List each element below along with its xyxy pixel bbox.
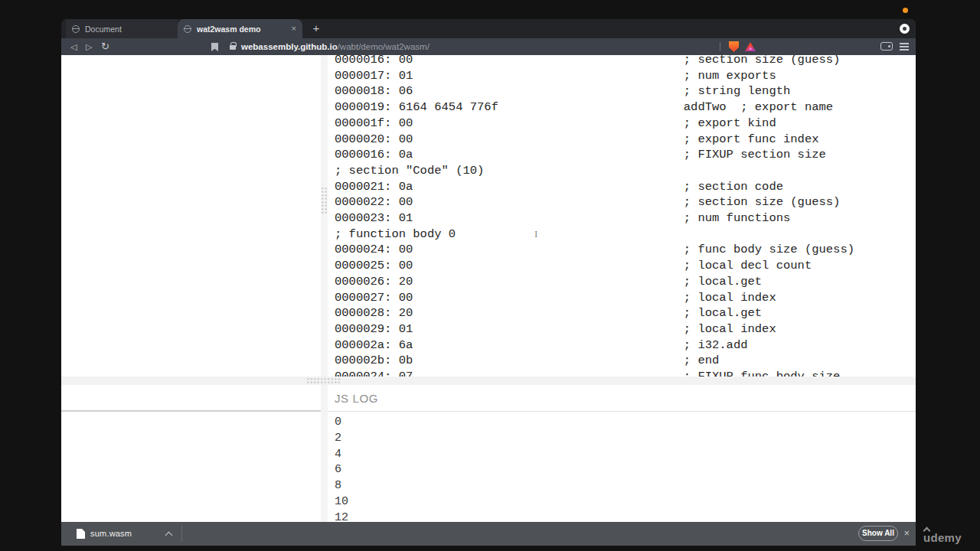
file-icon <box>77 529 85 539</box>
show-all-button[interactable]: Show All <box>858 526 898 541</box>
menu-icon[interactable] <box>900 43 909 51</box>
js-log-pane: JS LOG 0 2 4 6 8 10 12 <box>328 385 916 522</box>
recording-dot-icon <box>903 8 908 13</box>
page-content: 0000016: 00 ; section size (guess) 00000… <box>61 55 916 522</box>
downloaded-file-button[interactable]: sum.wasm <box>90 522 132 546</box>
toolbar-divider <box>720 42 720 51</box>
downloads-close-icon[interactable]: × <box>903 522 910 546</box>
avatar[interactable] <box>900 24 910 34</box>
downloads-bar: sum.wasm Show All × <box>61 522 916 546</box>
globe-favicon-icon <box>72 25 80 33</box>
hex-dump: 0000016: 00 ; section size (guess) 00000… <box>335 55 854 377</box>
new-tab-button[interactable]: + <box>307 19 325 38</box>
tab-close-icon[interactable]: × <box>292 24 296 33</box>
udemy-watermark-text: udemy <box>923 531 962 544</box>
build-output-pane: 0000016: 00 ; section size (guess) 00000… <box>328 55 916 377</box>
lock-icon[interactable] <box>230 45 236 50</box>
js-log-body: 0 2 4 6 8 10 12 <box>328 412 916 522</box>
vertical-splitter-grip[interactable] <box>321 187 328 214</box>
globe-favicon-icon <box>184 25 191 33</box>
browser-window: Document wat2wasm demo × + ◁ ▷ ↻ webasse… <box>61 19 916 546</box>
bookmark-icon[interactable] <box>211 43 218 51</box>
js-editor-header <box>61 385 321 412</box>
url-path: /wabt/demo/wat2wasm/ <box>338 42 430 51</box>
forward-button[interactable]: ▷ <box>86 38 92 55</box>
back-button[interactable]: ◁ <box>70 38 77 55</box>
wat-editor-pane[interactable] <box>61 55 321 377</box>
tab-strip: Document wat2wasm demo × + <box>61 19 916 38</box>
downloads-divider <box>181 526 182 542</box>
chevron-up-icon[interactable] <box>166 531 172 537</box>
js-editor-pane[interactable] <box>61 385 321 522</box>
brave-shield-icon[interactable] <box>729 41 739 52</box>
url-host: webassembly.github.io <box>241 42 338 51</box>
wallet-icon[interactable] <box>880 42 893 51</box>
address-bar[interactable]: webassembly.github.io/wabt/demo/wat2wasm… <box>241 38 430 55</box>
tab-label: wat2wasm demo <box>197 24 260 34</box>
brave-rewards-icon[interactable] <box>745 42 756 51</box>
browser-toolbar: ◁ ▷ ↻ webassembly.github.io/wabt/demo/wa… <box>61 38 916 55</box>
js-log-title: JS LOG <box>328 385 916 412</box>
tab-document[interactable]: Document <box>66 19 178 38</box>
tab-wat2wasm-demo[interactable]: wat2wasm demo × <box>178 19 302 38</box>
vertical-splitter[interactable] <box>321 55 328 522</box>
horizontal-splitter[interactable] <box>61 377 916 385</box>
horizontal-splitter-grip[interactable] <box>306 377 341 384</box>
tab-label: Document <box>85 24 122 34</box>
text-cursor-icon: I <box>534 228 537 240</box>
reload-button[interactable]: ↻ <box>101 38 109 55</box>
udemy-watermark: udemy <box>923 531 962 544</box>
js-log-values: 0 2 4 6 8 10 12 <box>335 415 348 522</box>
